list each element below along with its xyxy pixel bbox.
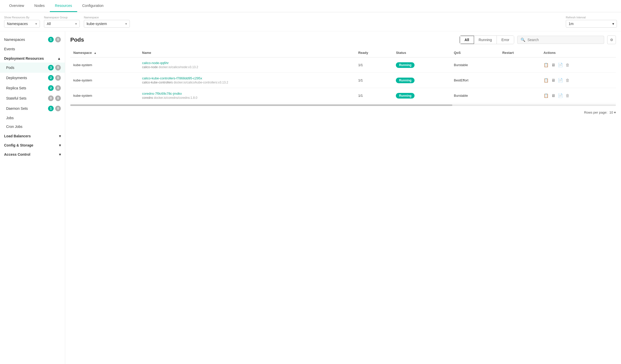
scroll-bar-area (70, 103, 616, 108)
show-resources-label: Show Resources By (4, 16, 40, 19)
namespaces-badge-green: 1 (48, 37, 54, 42)
pod-link-2[interactable]: coredns-7f9c69c78c-jmdkx (142, 92, 182, 95)
filter-all-button[interactable]: All (459, 35, 474, 44)
stateful-sets-badge-gray: 0 (55, 95, 61, 101)
pod-sub-1: calico-kube-controllers docker.io/calico… (142, 81, 352, 84)
pods-header: Pods All Running Error 🔍 ⚙ (70, 35, 616, 44)
col-actions: Actions (540, 48, 616, 57)
sidebar-item-daemon-sets[interactable]: Daemon Sets 1 0 (0, 103, 65, 114)
filters-bar: Show Resources By Namespaces ▾ Namespace… (0, 12, 621, 31)
stateful-sets-badge-green: 0 (48, 95, 54, 101)
col-restart: Restart (499, 48, 540, 57)
action-logs-icon-2[interactable]: 📄 (558, 93, 563, 98)
pods-filter-buttons: All Running Error (459, 35, 514, 44)
action-icons-0: 📋 🖥 📄 🗑 (544, 63, 613, 67)
cell-restart-0 (499, 57, 540, 73)
sidebar-item-events[interactable]: Events (0, 45, 65, 53)
cell-status-2: Running (393, 88, 451, 103)
namespace-select[interactable]: kube-system ▾ (84, 20, 130, 28)
load-balancers-label: Load Balancers (4, 134, 31, 138)
main-layout: Namespaces 1 0 Events Deployment Resourc… (0, 31, 621, 364)
sidebar-item-pods[interactable]: Pods 3 0 (0, 63, 65, 73)
sidebar-item-jobs[interactable]: Jobs (0, 114, 65, 122)
show-resources-filter: Show Resources By Namespaces ▾ (4, 16, 40, 28)
cell-status-1: Running (393, 73, 451, 88)
rows-per-page-value: 10 (610, 111, 613, 114)
namespace-group-chevron-icon: ▾ (75, 22, 77, 26)
scroll-track (70, 104, 616, 106)
namespace-group-label: Namespace Group (44, 16, 80, 19)
cell-qos-1: BestEffort (451, 73, 499, 88)
rows-per-page-select[interactable]: 10 ▾ (610, 111, 616, 114)
sidebar-section-access-control[interactable]: Access Control ▾ (0, 149, 65, 159)
cell-ready-0: 1/1 (355, 57, 393, 73)
show-resources-chevron-icon: ▾ (35, 22, 37, 26)
namespace-filter: Namespace kube-system ▾ (84, 16, 130, 28)
config-storage-chevron-icon: ▾ (59, 143, 61, 147)
action-edit-icon-2[interactable]: 📋 (544, 93, 549, 98)
refresh-interval-select[interactable]: 1m ▾ (566, 20, 617, 28)
replica-sets-badge-green: 2 (48, 85, 54, 91)
namespace-chevron-icon: ▾ (125, 22, 127, 26)
col-qos: QoS (451, 48, 499, 57)
settings-button[interactable]: ⚙ (607, 35, 616, 44)
table-footer: Rows per page: 10 ▾ (70, 108, 616, 116)
cell-namespace-0: kube-system (70, 57, 139, 73)
cell-actions-0: 📋 🖥 📄 🗑 (540, 57, 616, 73)
top-tabs: Overview Nodes Resources Configuration (0, 0, 621, 12)
cell-actions-1: 📋 🖥 📄 🗑 (540, 73, 616, 88)
sidebar-section-load-balancers[interactable]: Load Balancers ▾ (0, 131, 65, 140)
cell-name-1: calico-kube-controllers-f7868dd95-c295x … (139, 73, 355, 88)
action-edit-icon-1[interactable]: 📋 (544, 78, 549, 83)
action-logs-icon-0[interactable]: 📄 (558, 63, 563, 67)
scroll-thumb[interactable] (70, 104, 452, 106)
pod-link-1[interactable]: calico-kube-controllers-f7868dd95-c295x (142, 76, 202, 80)
cell-name-0: calico-node-qq6hr calico-node docker.io/… (139, 57, 355, 73)
daemon-sets-badge-gray: 0 (55, 106, 61, 111)
cell-namespace-1: kube-system (70, 73, 139, 88)
sidebar-item-stateful-sets[interactable]: Stateful Sets 0 0 (0, 93, 65, 103)
action-delete-icon-1[interactable]: 🗑 (566, 78, 570, 83)
tab-overview[interactable]: Overview (4, 0, 29, 12)
table-row: kube-system coredns-7f9c69c78c-jmdkx cor… (70, 88, 616, 103)
sidebar-item-namespaces[interactable]: Namespaces 1 0 (0, 34, 65, 45)
deployment-resources-label: Deployment Resources (4, 56, 44, 60)
action-icons-2: 📋 🖥 📄 🗑 (544, 93, 613, 98)
filter-error-button[interactable]: Error (497, 36, 514, 44)
pod-link-0[interactable]: calico-node-qq6hr (142, 61, 169, 65)
sidebar-item-cron-jobs[interactable]: Cron Jobs (0, 122, 65, 131)
namespace-group-select[interactable]: All ▾ (44, 20, 80, 28)
action-logs-icon-1[interactable]: 📄 (558, 78, 563, 83)
search-input[interactable] (527, 38, 601, 42)
tab-nodes[interactable]: Nodes (29, 0, 50, 12)
daemon-sets-badge-green: 1 (48, 106, 54, 111)
sidebar-item-deployments[interactable]: Deployments 2 0 (0, 73, 65, 83)
pods-badge-green: 3 (48, 65, 54, 70)
show-resources-select[interactable]: Namespaces ▾ (4, 20, 40, 28)
namespace-group-value: All (47, 22, 51, 26)
action-delete-icon-0[interactable]: 🗑 (566, 63, 570, 67)
tab-resources[interactable]: Resources (50, 0, 77, 12)
namespace-label: Namespace (84, 16, 130, 19)
action-terminal-icon-0[interactable]: 🖥 (551, 63, 555, 67)
content-area: Pods All Running Error 🔍 ⚙ Namespace ▲ (65, 31, 621, 364)
filter-running-button[interactable]: Running (474, 36, 497, 44)
col-namespace[interactable]: Namespace ▲ (70, 48, 139, 57)
action-delete-icon-2[interactable]: 🗑 (566, 93, 570, 98)
action-terminal-icon-2[interactable]: 🖥 (551, 93, 555, 98)
sidebar-section-deployment-resources[interactable]: Deployment Resources ▲ (0, 53, 65, 63)
sidebar-section-config-storage[interactable]: Config & Storage ▾ (0, 140, 65, 149)
namespace-sort-icon: ▲ (94, 51, 97, 54)
pod-sub-2: coredns docker.io/coredns/coredns:1.8.0 (142, 96, 352, 100)
col-status: Status (393, 48, 451, 57)
cell-ready-1: 1/1 (355, 73, 393, 88)
access-control-label: Access Control (4, 152, 30, 156)
replica-sets-badge-gray: 0 (55, 85, 61, 91)
sidebar-item-replica-sets[interactable]: Replica Sets 2 0 (0, 83, 65, 93)
tab-configuration[interactable]: Configuration (77, 0, 109, 12)
cell-restart-1 (499, 73, 540, 88)
namespace-value: kube-system (87, 22, 107, 26)
action-edit-icon-0[interactable]: 📋 (544, 63, 549, 67)
table-row: kube-system calico-kube-controllers-f786… (70, 73, 616, 88)
action-terminal-icon-1[interactable]: 🖥 (551, 78, 555, 83)
